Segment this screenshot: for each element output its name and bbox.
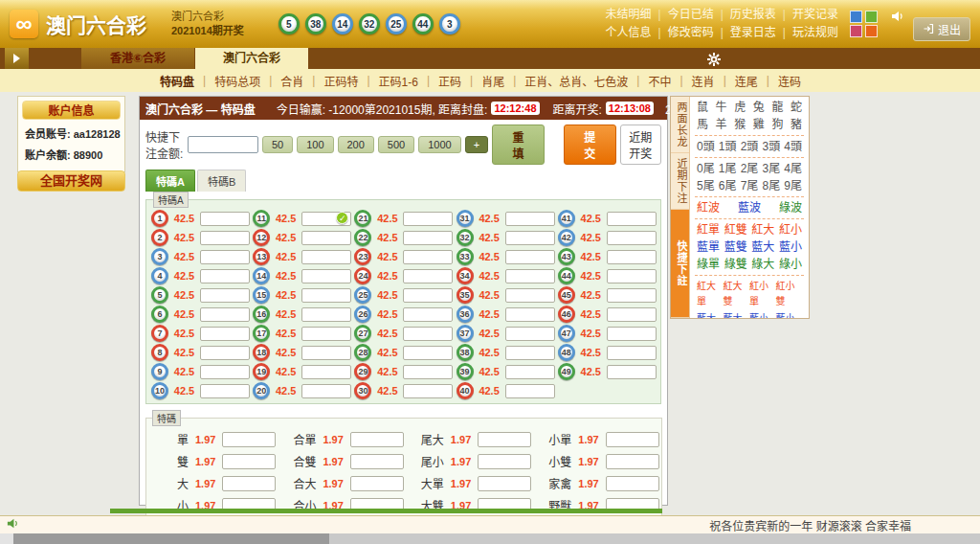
bet-amount-input[interactable]	[301, 327, 351, 341]
quick-bet-link[interactable]: 猴	[734, 117, 746, 132]
nav-item[interactable]: 正码	[438, 73, 461, 89]
bet-amount-input[interactable]	[505, 231, 555, 245]
bet-amount-input[interactable]	[505, 384, 555, 398]
bet-amount-input[interactable]	[478, 432, 531, 447]
nav-item[interactable]: 连尾	[735, 73, 758, 89]
bet-amount-input[interactable]	[505, 346, 555, 360]
bet-amount-input[interactable]	[350, 454, 404, 469]
bet-amount-input[interactable]	[607, 269, 657, 283]
collapse-arrow-button[interactable]	[5, 48, 29, 69]
quick-bet-link[interactable]: 1頭	[719, 139, 737, 154]
plus-button[interactable]: +	[465, 136, 488, 153]
quick-bet-link[interactable]: 紅大單	[697, 279, 724, 309]
right-sidebar-tab[interactable]: 两面长龙	[671, 97, 689, 153]
quick-bet-link[interactable]: 藍小	[779, 239, 802, 255]
quick-bet-link[interactable]: 0頭	[697, 139, 715, 154]
header-link[interactable]: 个人信息	[606, 26, 652, 39]
quick-bet-link[interactable]: 藍大	[751, 239, 774, 255]
reset-button[interactable]: 重填	[492, 125, 545, 165]
nav-item[interactable]: 正肖、总肖、七色波	[524, 73, 628, 89]
national-draw-button[interactable]: 全国开奖网	[17, 170, 125, 192]
quick-bet-link[interactable]: 5尾	[697, 178, 715, 193]
bet-amount-input[interactable]	[607, 365, 657, 379]
quick-bet-link[interactable]: 2頭	[741, 139, 759, 154]
bet-amount-input[interactable]	[505, 288, 555, 303]
quick-amount-button[interactable]: 100	[297, 136, 333, 153]
bet-amount-input[interactable]	[301, 307, 351, 322]
bet-amount-input[interactable]	[200, 250, 250, 264]
quick-bet-link[interactable]: 雞	[753, 117, 765, 132]
bet-amount-input[interactable]	[478, 476, 531, 491]
quick-bet-link[interactable]: 藍波	[738, 200, 761, 215]
quick-bet-link[interactable]: 2尾	[741, 161, 759, 176]
header-link[interactable]: 今日已结	[668, 8, 714, 21]
quick-bet-link[interactable]: 紅小	[779, 222, 802, 238]
quick-bet-link[interactable]: 紅大	[751, 222, 774, 238]
bet-amount-input[interactable]	[403, 346, 453, 360]
bet-amount-input[interactable]	[200, 384, 250, 398]
bet-amount-input[interactable]	[607, 212, 657, 226]
bet-amount-input[interactable]	[505, 269, 555, 283]
header-link[interactable]: 登录日志	[730, 26, 776, 39]
logout-button[interactable]: 退出	[913, 17, 970, 41]
nav-item[interactable]: 特码盘	[160, 73, 194, 89]
bet-amount-input[interactable]	[200, 307, 250, 322]
bet-amount-input[interactable]	[505, 212, 555, 226]
bet-amount-input[interactable]	[403, 212, 453, 226]
quick-bet-link[interactable]: 豬	[791, 117, 802, 132]
bet-amount-input[interactable]	[403, 307, 453, 322]
right-sidebar-tab[interactable]: 快捷下註	[671, 210, 689, 318]
quick-bet-link[interactable]: 綠小	[779, 257, 802, 272]
quick-bet-link[interactable]: 虎	[734, 100, 746, 115]
bet-amount-input[interactable]	[301, 346, 351, 360]
bet-amount-input[interactable]	[505, 250, 555, 264]
status-speaker-icon[interactable]	[6, 516, 20, 533]
quick-bet-link[interactable]: 紅單	[697, 222, 720, 238]
color-square[interactable]	[850, 25, 862, 37]
header-link[interactable]: 历史报表	[730, 8, 776, 21]
tab-special-b[interactable]: 特碼B	[197, 170, 246, 192]
bet-amount-input[interactable]	[403, 269, 453, 283]
bet-amount-input[interactable]	[505, 307, 555, 322]
quick-bet-link[interactable]: 蛇	[791, 100, 802, 115]
bet-amount-input[interactable]	[606, 454, 659, 469]
nav-item[interactable]: 连肖	[692, 73, 715, 89]
quick-bet-link[interactable]: 4尾	[784, 161, 802, 176]
bet-amount-input[interactable]	[301, 288, 351, 303]
quick-bet-link[interactable]: 鼠	[697, 100, 708, 115]
bet-amount-input[interactable]	[200, 212, 250, 226]
quick-bet-link[interactable]: 9尾	[784, 178, 802, 193]
quick-bet-link[interactable]: 藍大雙	[724, 311, 750, 318]
bet-amount-input[interactable]	[607, 288, 657, 303]
nav-item[interactable]: 正码特	[323, 73, 358, 89]
nav-item[interactable]: 合肖	[280, 73, 303, 89]
quick-bet-link[interactable]: 7尾	[741, 178, 759, 193]
bet-amount-input[interactable]	[301, 365, 351, 379]
quick-bet-link[interactable]: 藍雙	[724, 239, 747, 255]
scrollbar-left-arrow[interactable]	[0, 533, 13, 544]
bet-amount-input[interactable]	[350, 476, 404, 491]
header-link[interactable]: 开奖记录	[792, 8, 838, 21]
quick-bet-link[interactable]: 綠波	[779, 200, 802, 215]
nav-item[interactable]: 不中	[648, 73, 671, 89]
quick-bet-link[interactable]: 綠大	[751, 257, 774, 272]
quick-bet-link[interactable]: 6尾	[719, 178, 737, 193]
tab-hongkong-lottery[interactable]: 香港⑥合彩	[81, 48, 194, 69]
bet-amount-input[interactable]	[478, 454, 531, 469]
quick-bet-link[interactable]: 8尾	[762, 178, 780, 193]
quick-bet-link[interactable]: 藍大單	[697, 311, 724, 318]
bet-amount-input[interactable]	[505, 365, 555, 379]
bet-amount-input[interactable]	[403, 365, 453, 379]
nav-item[interactable]: 连码	[778, 73, 801, 89]
color-square[interactable]	[865, 25, 878, 37]
gear-icon[interactable]	[706, 52, 722, 70]
bet-amount-input[interactable]	[403, 384, 453, 398]
recent-draws-button[interactable]: 近期开奖	[620, 125, 661, 165]
bet-amount-input[interactable]	[607, 231, 657, 245]
quick-bet-link[interactable]: 羊	[716, 117, 727, 132]
quick-bet-link[interactable]: 3頭	[762, 139, 780, 154]
quick-bet-link[interactable]: 藍小單	[749, 311, 776, 318]
bet-amount-input[interactable]	[607, 250, 657, 264]
bet-amount-input[interactable]	[403, 288, 453, 303]
quick-amount-button[interactable]: 50	[262, 136, 293, 153]
